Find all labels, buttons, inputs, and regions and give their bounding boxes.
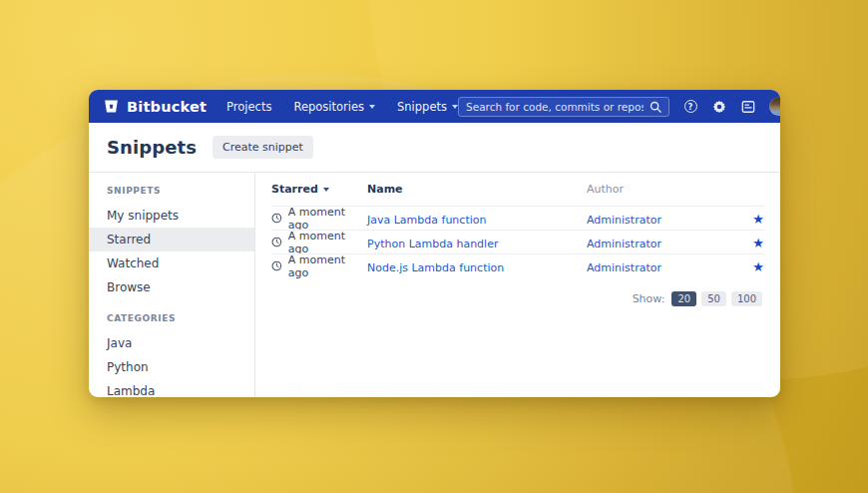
author-link[interactable]: Administrator	[587, 238, 661, 250]
main-area: Snippets My snippets Starred Watched Bro…	[89, 173, 780, 397]
page-header: Snippets Create snippet	[89, 123, 780, 173]
column-header-name: Name	[367, 183, 587, 196]
snippet-link[interactable]: Python Lambda handler	[367, 238, 498, 250]
help-button[interactable]: ?	[682, 99, 698, 115]
user-avatar[interactable]	[769, 97, 780, 116]
column-header-label: Starred	[271, 183, 318, 196]
page-title: Snippets	[107, 137, 197, 158]
snippet-link[interactable]: Java Lambda function	[367, 214, 486, 227]
page-size-50-button[interactable]: 50	[701, 291, 726, 306]
bitbucket-window: Bitbucket Projects Repositories Snippets	[89, 90, 780, 397]
sidebar-item-browse[interactable]: Browse	[89, 275, 254, 299]
author-link[interactable]: Administrator	[587, 214, 661, 227]
sidebar-item-watched[interactable]: Watched	[89, 251, 254, 275]
search-icon[interactable]	[650, 101, 661, 113]
nav-items: Projects Repositories Snippets	[226, 100, 458, 114]
settings-button[interactable]	[711, 99, 727, 115]
gear-icon	[712, 100, 726, 114]
star-icon[interactable]: ★	[752, 259, 764, 274]
nav-item-repositories[interactable]: Repositories	[293, 100, 375, 114]
clock-icon	[271, 213, 282, 224]
brand-name: Bitbucket	[127, 99, 207, 115]
show-label: Show:	[633, 292, 665, 305]
nav-item-snippets[interactable]: Snippets	[397, 100, 458, 114]
time-text: A moment ago	[288, 206, 367, 232]
sidebar-heading-categories: Categories	[89, 313, 254, 323]
page-size-100-button[interactable]: 100	[731, 291, 762, 306]
feedback-button[interactable]	[740, 99, 756, 115]
sidebar-item-python[interactable]: Python	[89, 355, 254, 379]
nav-item-projects[interactable]: Projects	[226, 100, 271, 114]
table-row: A moment ago Python Lambda handler Admin…	[271, 230, 764, 253]
table-row: A moment ago Node.js Lambda function Adm…	[271, 253, 764, 277]
search-input[interactable]	[466, 101, 644, 113]
starred-time-cell: A moment ago	[271, 206, 367, 232]
navbar-right: ?	[458, 97, 780, 117]
sidebar: Snippets My snippets Starred Watched Bro…	[89, 173, 255, 397]
snippet-link[interactable]: Node.js Lambda function	[367, 261, 504, 274]
time-text: A moment ago	[288, 253, 367, 279]
starred-time-cell: A moment ago	[271, 230, 367, 255]
table-row: A moment ago Java Lambda function Admini…	[271, 206, 764, 230]
nav-item-label: Snippets	[397, 100, 447, 114]
page-size-selector: Show: 20 50 100	[271, 291, 764, 306]
sort-descending-icon[interactable]	[323, 188, 329, 192]
help-icon: ?	[684, 100, 697, 113]
starred-time-cell: A moment ago	[271, 253, 367, 279]
bitbucket-bucket-icon	[103, 98, 120, 115]
sidebar-item-lambda[interactable]: Lambda	[89, 379, 254, 397]
clock-icon	[271, 237, 282, 247]
sidebar-heading-snippets: Snippets	[89, 186, 254, 196]
time-text: A moment ago	[288, 230, 367, 255]
bitbucket-logo[interactable]: Bitbucket	[103, 98, 207, 115]
chevron-down-icon	[369, 105, 375, 109]
nav-item-label: Repositories	[293, 100, 364, 114]
search-box[interactable]	[458, 97, 669, 117]
clock-icon	[271, 260, 282, 271]
star-icon[interactable]: ★	[752, 212, 764, 227]
column-header-starred[interactable]: Starred	[271, 183, 367, 196]
feedback-panel-icon	[741, 100, 755, 114]
snippets-content: Starred Name Author A moment ago Java La…	[255, 173, 780, 397]
column-header-author: Author	[587, 183, 738, 196]
top-navbar: Bitbucket Projects Repositories Snippets	[89, 90, 780, 123]
author-link[interactable]: Administrator	[587, 261, 661, 274]
create-snippet-button[interactable]: Create snippet	[213, 136, 313, 159]
sidebar-item-my-snippets[interactable]: My snippets	[89, 204, 254, 228]
nav-item-label: Projects	[226, 100, 271, 114]
sidebar-item-starred[interactable]: Starred	[89, 228, 254, 251]
table-header: Starred Name Author	[271, 173, 764, 206]
sidebar-item-java[interactable]: Java	[89, 331, 254, 355]
sidebar-section-gap	[89, 299, 254, 313]
page-size-20-button[interactable]: 20	[671, 291, 696, 306]
star-icon[interactable]: ★	[752, 236, 764, 250]
